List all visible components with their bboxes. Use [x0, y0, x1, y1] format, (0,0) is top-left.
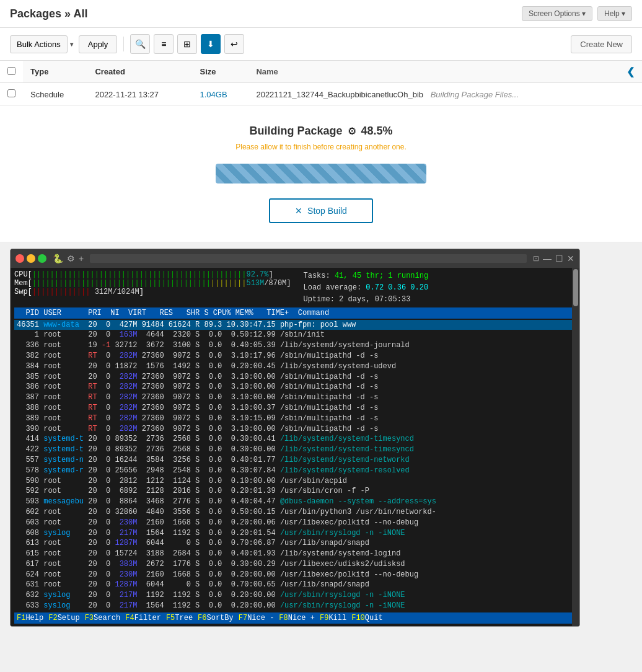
apply-button[interactable]: Apply [79, 35, 118, 53]
terminal-win-close-icon[interactable]: ✕ [567, 254, 574, 263]
select-all-checkbox[interactable] [7, 67, 15, 75]
htop-footer-item[interactable]: F2Setup [46, 612, 82, 624]
process-row: 613 root 20 0 1287M 6044 0 S 0.0 0.70:06… [14, 538, 576, 549]
process-row: 590 root 20 0 2812 1212 1124 S 0.0 0.10:… [14, 476, 576, 487]
htop-gear-icon[interactable]: ⚙ [67, 254, 75, 263]
terminal-window: 🐍 ⚙ + ⊡ — ☐ ✕ CPU[||||||||||||||||||||||… [10, 249, 580, 627]
process-row: 389 root RT 0 282M 27360 9072 S 0.0 3.10… [14, 413, 576, 424]
process-row: 593 messagebu 20 0 8864 3468 2776 S 0.0 … [14, 497, 576, 507]
htop-footer-item[interactable]: F8Nice + [276, 612, 317, 624]
htop-body: CPU[||||||||||||||||||||||||||||||||||||… [11, 268, 579, 626]
htop-snake-icon: 🐍 [53, 254, 63, 263]
process-row: 384 root 20 0 11872 1576 1492 S 0.0 0.20… [14, 361, 576, 372]
htop-footer-item[interactable]: F10Quit [349, 612, 385, 624]
row-type: Schedule [23, 83, 87, 106]
search-icon-button[interactable]: 🔍 [130, 34, 150, 54]
column-created: Created [87, 61, 192, 83]
htop-footer-item[interactable]: F3Search [82, 612, 123, 624]
bulk-actions-dropdown-icon: ▼ [69, 41, 75, 48]
row-created: 2022-11-21 13:27 [87, 83, 192, 106]
stop-build-button[interactable]: ✕ Stop Build [269, 198, 373, 223]
process-row: 632 syslog 20 0 217M 1192 1192 S 0.0 0.2… [14, 590, 576, 601]
column-type: Type [23, 61, 87, 83]
build-title: Building Package [249, 125, 342, 138]
process-row: 386 root RT 0 282M 27360 9072 S 0.0 3.10… [14, 382, 576, 392]
htop-add-icon[interactable]: + [79, 254, 84, 263]
htop-footer-item[interactable]: F6SortBy [195, 612, 236, 624]
stop-build-label: Stop Build [307, 206, 347, 216]
download-icon: ⬇ [207, 39, 214, 49]
build-progress-area: Building Package ⚙ 48.5% Please allow it… [0, 106, 642, 242]
process-row: 592 root 20 0 6892 2128 2016 S 0.0 0.20:… [14, 486, 576, 497]
htop-table-header: PID USER PRI NI VIRT RES SHR S CPU% MEM%… [14, 307, 576, 319]
process-row: 387 root RT 0 282M 27360 9072 S 0.0 3.10… [14, 392, 576, 403]
process-row: 615 root 20 0 15724 3188 2684 S 0.0 0.40… [14, 549, 576, 559]
process-row: 631 root 20 0 1287M 6044 0 S 0.0 0.70:00… [14, 580, 576, 590]
process-row: 617 root 20 0 383M 2672 1776 S 0.0 0.30:… [14, 559, 576, 570]
gear-icon: ⚙ [348, 125, 356, 137]
htop-footer-item[interactable]: F9Kill [317, 612, 349, 624]
process-row: 1 root 20 0 163M 4644 2320 S 0.0 0.50:12… [14, 330, 576, 340]
grid-icon: ⊞ [183, 39, 191, 49]
progress-bar [216, 164, 426, 183]
row-name: 20221121_132744_BackupbibicanetlucOh_bib… [248, 83, 619, 106]
process-row: 422 systemd-t 20 0 89352 2736 2568 S 0.0… [14, 444, 576, 455]
build-subtitle: Please allow it to finish before creatin… [19, 143, 623, 151]
process-row: 390 root RT 0 282M 27360 9072 S 0.0 3.10… [14, 424, 576, 435]
page-title: Packages » All [10, 7, 87, 20]
process-row: 414 systemd-t 20 0 89352 2736 2568 S 0.0… [14, 434, 576, 444]
list-icon: ≡ [161, 39, 166, 49]
search-icon: 🔍 [135, 39, 146, 49]
grid-view-button[interactable]: ⊞ [177, 34, 197, 54]
process-row: 603 root 20 0 230M 2160 1668 S 0.0 0.20:… [14, 518, 576, 528]
htop-footer-item[interactable]: F4Filter [123, 612, 164, 624]
page-header: Packages » All Screen Options ▾ Help ▾ [0, 0, 642, 28]
help-button[interactable]: Help ▾ [597, 6, 632, 21]
htop-footer-item[interactable]: F1Help [14, 612, 46, 624]
process-row: 46351 www-data 20 0 427M 91484 61624 R 8… [14, 320, 576, 330]
download-button[interactable]: ⬇ [201, 34, 221, 54]
table-row: Schedule 2022-11-21 13:27 1.04GB 2022112… [0, 83, 642, 106]
progress-bar-container [216, 164, 426, 183]
process-row: 602 root 20 0 32860 4840 3556 S 0.0 0.50… [14, 507, 576, 518]
packages-table: Type Created Size Name ❮ Schedule 2022-1… [0, 61, 642, 106]
process-row: 388 root RT 0 282M 27360 9072 S 0.0 3.10… [14, 403, 576, 413]
row-size[interactable]: 1.04GB [200, 90, 227, 99]
htop-footer: F1HelpF2SetupF3SearchF4FilterF5TreeF6Sor… [14, 612, 576, 624]
refresh-button[interactable]: ↩ [224, 34, 244, 54]
bulk-actions-button[interactable]: Bulk Actions [10, 35, 68, 53]
process-row: 633 syslog 20 0 217M 1564 1192 S 0.0 0.2… [14, 601, 576, 611]
stop-icon: ✕ [295, 206, 302, 216]
terminal-minimize-button[interactable] [27, 254, 35, 263]
building-status: Building Package Files... [431, 90, 519, 99]
process-row: 557 systemd-n 20 0 16244 3584 3256 S 0.0… [14, 455, 576, 466]
row-checkbox[interactable] [7, 89, 15, 97]
toolbar: Bulk Actions ▼ Apply 🔍 ≡ ⊞ ⬇ ↩ Create Ne… [0, 28, 642, 61]
process-row: 578 systemd-r 20 0 25656 2948 2548 S 0.0… [14, 466, 576, 476]
process-row: 624 root 20 0 230M 2160 1668 S 0.0 0.20:… [14, 570, 576, 580]
terminal-win-minimize-icon[interactable]: — [543, 254, 552, 263]
create-new-button[interactable]: Create New [571, 35, 632, 53]
build-percent: 48.5% [361, 125, 393, 138]
process-row: 382 root RT 0 282M 27360 9072 S 0.0 3.10… [14, 351, 576, 361]
htop-footer-item[interactable]: F5Tree [164, 612, 195, 624]
collapse-icon[interactable]: ❮ [627, 66, 635, 77]
htop-footer-item[interactable]: F7Nice - [236, 612, 277, 624]
scrollbar[interactable] [572, 268, 579, 626]
process-row: 336 root 19 -1 32712 3672 3100 S 0.0 0.4… [14, 340, 576, 351]
refresh-icon: ↩ [231, 39, 238, 49]
terminal-win-restore-icon[interactable]: ☐ [555, 254, 563, 263]
list-view-button[interactable]: ≡ [154, 34, 174, 54]
terminal-close-button[interactable] [15, 254, 24, 263]
column-size: Size [193, 61, 249, 83]
terminal-titlebar: 🐍 ⚙ + ⊡ — ☐ ✕ [11, 249, 579, 268]
terminal-pip-icon[interactable]: ⊡ [533, 254, 539, 263]
terminal-maximize-button[interactable] [38, 254, 46, 263]
scrollbar-thumb[interactable] [573, 269, 578, 306]
column-name: Name [248, 61, 619, 83]
process-row: 608 syslog 20 0 217M 1564 1192 S 0.0 0.2… [14, 528, 576, 539]
screen-options-button[interactable]: Screen Options ▾ [522, 6, 592, 21]
process-row: 385 root 20 0 282M 27360 9072 S 0.0 3.10… [14, 372, 576, 382]
